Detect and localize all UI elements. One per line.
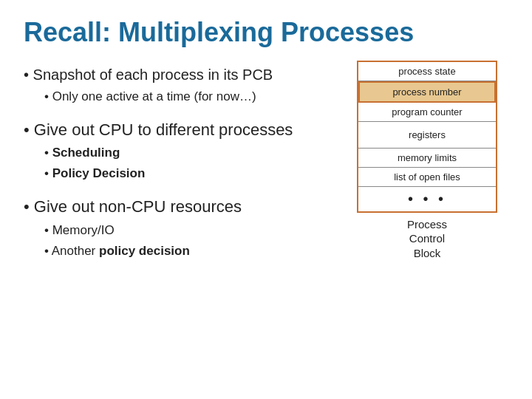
slide-title: Recall: Multiplexing Processes — [24, 18, 508, 47]
bullet-2: • Give out CPU to different processes — [24, 120, 338, 141]
pcb-row-open-files: list of open files — [358, 168, 496, 187]
pcb-caption: ProcessControlBlock — [407, 217, 447, 261]
bullet-3-1: • Memory/IO — [44, 222, 338, 239]
pcb-row-dots: • • • — [358, 187, 496, 211]
left-column: • Snapshot of each process in its PCB • … — [24, 61, 346, 384]
bullet-2-1: • Scheduling — [44, 145, 338, 161]
pcb-row-registers: registers — [358, 122, 496, 149]
content-area: • Snapshot of each process in its PCB • … — [24, 61, 508, 384]
right-column: process state process number program cou… — [346, 61, 508, 384]
pcb-row-process-state: process state — [358, 62, 496, 81]
slide: Recall: Multiplexing Processes • Snapsho… — [0, 0, 532, 399]
bullet-1: • Snapshot of each process in its PCB — [24, 65, 338, 84]
bullet-1-1: • Only one active at a time (for now…) — [44, 89, 338, 105]
bullet-3: • Give out non-CPU resources — [24, 197, 338, 218]
pcb-diagram: process state process number program cou… — [357, 61, 497, 213]
bullet-2-2: • Policy Decision — [44, 166, 338, 182]
pcb-row-memory-limits: memory limits — [358, 149, 496, 168]
pcb-row-process-number: process number — [358, 81, 496, 103]
pcb-row-program-counter: program counter — [358, 103, 496, 122]
bullet-3-2: • Another policy decision — [44, 243, 338, 259]
